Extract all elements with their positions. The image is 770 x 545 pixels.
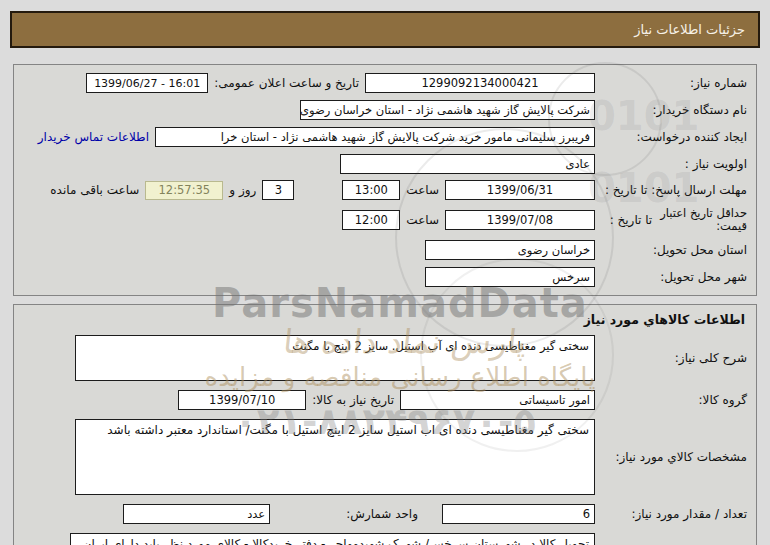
goods-info-title: اطلاعات کالاهاي مورد نیاز [23,312,745,327]
price-validity-label: حداقل تاریخ اعتبار قیمت: تا تاریخ : [595,207,747,233]
buyer-name-label: نام دستگاه خریدار: [595,103,747,117]
buyer-name-row: نام دستگاه خریدار: شرکت پالایش گاز شهید … [23,100,747,120]
need-info-panel: شماره نیاز: 1299092134000421 تاریخ و ساع… [13,64,757,296]
delivery-province-label: استان محل تحویل: [595,243,747,257]
goods-group-row: گروه کالا: امور تاسیساتی تاریخ نیاز به ک… [23,390,747,410]
quantity-label: تعداد / مقدار مورد نیاز: [595,507,747,521]
buyer-name-field[interactable]: شرکت پالایش گاز شهید هاشمی نژاد - استان … [300,100,595,120]
delivery-province-field[interactable]: خراسان رضوی [425,240,595,260]
request-creator-field[interactable]: فریبرز سلیمانی مامور خرید شرکت پالایش گا… [155,127,595,147]
goods-group-label: گروه کالا: [595,393,747,407]
request-creator-row: ایجاد کننده درخواست: فریبرز سلیمانی مامو… [23,127,747,147]
quantity-row: تعداد / مقدار مورد نیاز: 6 واحد شمارش: ع… [23,504,747,524]
price-validity-label-line2: قیمت: [660,220,747,233]
countdown-timer: 12:57:35 [145,181,223,200]
buyer-notes-field[interactable]: تحویل کالا در شهرستان سرخس/ شهرک شهیدمها… [70,533,595,545]
announce-datetime-label: تاریخ و ساعت اعلان عمومی: [214,76,359,90]
days-and-label: روز و [229,183,256,197]
specs-field[interactable]: سختی گیر مغناطیسی دنده ای اب استیل سایز … [75,419,595,495]
specs-label: مشخصات کالاي مورد نیاز: [595,450,747,464]
general-desc-row: شرح کلی نیاز: سختی گیر مغناطیسی دنده ای … [23,335,747,381]
request-creator-label: ایجاد کننده درخواست: [595,130,747,144]
reply-deadline-label: مهلت ارسال پاسخ: تا تاریخ : [595,183,747,197]
specs-row: مشخصات کالاي مورد نیاز: سختی گیر مغناطیس… [23,419,747,495]
price-validity-row: حداقل تاریخ اعتبار قیمت: تا تاریخ : 1399… [23,207,747,233]
priority-field[interactable]: عادی [340,154,595,174]
until-date-label: تا تاریخ : [610,213,653,227]
page-title: جزئیات اطلاعات نیاز [634,22,745,37]
price-validity-time-field[interactable]: 12:00 [342,210,400,230]
general-desc-field[interactable]: سختی گیر مغناطیسی دنده ای آب استیل. سایز… [75,335,595,381]
need-date-field[interactable]: 1399/07/10 [178,390,306,410]
reply-deadline-date-field[interactable]: 1399/06/31 [445,180,595,200]
priority-row: اولویت نیاز : عادی [23,154,747,174]
unit-label: واحد شمارش: [346,507,418,521]
goods-info-panel: اطلاعات کالاهاي مورد نیاز شرح کلی نیاز: … [13,304,757,545]
need-date-label: تاریخ نیاز به کالا: [312,393,394,407]
buyer-notes-row: توضیحات خریدار: تحویل کالا در شهرستان سر… [23,533,747,545]
reply-deadline-hour-label: ساعت [406,183,439,197]
delivery-city-row: شهر محل تحویل: سرخس [23,267,747,287]
need-number-field[interactable]: 1299092134000421 [365,73,595,93]
unit-field[interactable]: عدد [123,504,270,524]
need-number-label: شماره نیاز: [595,76,747,90]
need-number-row: شماره نیاز: 1299092134000421 تاریخ و ساع… [23,73,747,93]
price-validity-hour-label: ساعت [406,213,439,227]
delivery-city-field[interactable]: سرخس [425,267,595,287]
reply-deadline-time-field[interactable]: 13:00 [342,180,400,200]
price-validity-date-field[interactable]: 1399/07/08 [445,210,595,230]
page-title-bar: جزئیات اطلاعات نیاز [10,11,760,48]
general-desc-label: شرح کلی نیاز: [595,351,747,365]
page: جزئیات اطلاعات نیاز شماره نیاز: 12990921… [0,0,770,545]
delivery-city-label: شهر محل تحویل: [595,270,747,284]
hours-remaining-label: ساعت باقی مانده [50,183,139,197]
buyer-contact-link[interactable]: اطلاعات تماس خریدار [38,130,149,144]
priority-label: اولویت نیاز : [595,157,747,171]
quantity-field[interactable]: 6 [442,504,595,524]
delivery-province-row: استان محل تحویل: خراسان رضوی [23,240,747,260]
announce-datetime-field[interactable]: 1399/06/27 - 16:01 [86,73,208,93]
remaining-days-field[interactable]: 3 [262,180,294,200]
goods-group-field[interactable]: امور تاسیساتی [400,390,595,410]
reply-deadline-row: مهلت ارسال پاسخ: تا تاریخ : 1399/06/31 س… [23,180,747,200]
